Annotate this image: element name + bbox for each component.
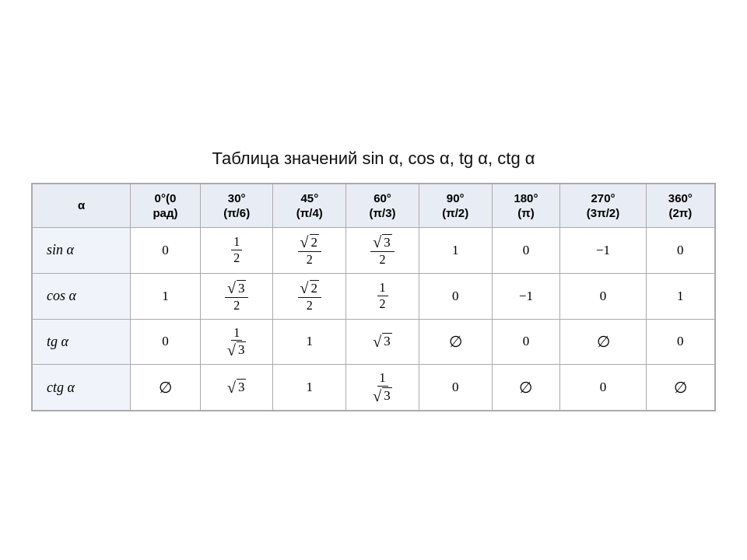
header-col-270: 270°(3π/2): [560, 184, 646, 228]
cos-90: 0: [419, 273, 492, 319]
frac-1-2: 1 2: [231, 235, 242, 264]
tg-0: 0: [131, 319, 201, 365]
sin-60: √3 2: [346, 227, 419, 273]
frac-1-sqrt3-ctg: 1 √3: [370, 371, 394, 404]
sqrt3-ctg30: √3: [227, 379, 246, 395]
frac-sqrt3-2-sin: √3 2: [370, 234, 394, 267]
header-col-180: 180°(π): [492, 184, 560, 228]
ctg-60: 1 √3: [346, 365, 419, 411]
label-tg: tg α: [32, 319, 131, 365]
frac-sqrt2-2-sin: √2 2: [298, 234, 321, 267]
sin-45: √2 2: [273, 227, 346, 273]
row-sin: sin α 0 1 2 √2 2 √3: [32, 227, 715, 273]
sin-270: −1: [560, 227, 646, 273]
label-cos: cos α: [32, 273, 131, 319]
trig-table: α 0°(0рад) 30°(π/6) 45°(π/4) 60°(π/3) 90…: [31, 183, 716, 412]
row-cos: cos α 1 √3 2 √2 2 1: [32, 273, 715, 319]
tg-360: 0: [646, 319, 715, 365]
header-col-60: 60°(π/3): [346, 184, 419, 228]
tg-180: 0: [492, 319, 560, 365]
header-col-360: 360°(2π): [646, 184, 715, 228]
frac-1-2-cos: 1 2: [377, 281, 388, 310]
tg-60: √3: [346, 319, 419, 365]
ctg-270: 0: [560, 365, 646, 411]
page-title: Таблица значений sin α, cos α, tg α, ctg…: [31, 149, 716, 169]
cos-30: √3 2: [200, 273, 273, 319]
row-ctg: ctg α ∅ √3 1 1 √3 0 ∅ 0 ∅: [32, 365, 715, 411]
ctg-0: ∅: [131, 365, 201, 411]
label-ctg: ctg α: [32, 365, 131, 411]
ctg-90: 0: [419, 365, 492, 411]
header-col-30: 30°(π/6): [200, 184, 273, 228]
cos-0: 1: [131, 273, 201, 319]
cos-45: √2 2: [273, 273, 346, 319]
header-col-0: 0°(0рад): [131, 184, 201, 228]
tg-270: ∅: [560, 319, 646, 365]
tg-30: 1 √3: [200, 319, 273, 365]
sin-90: 1: [419, 227, 492, 273]
sin-0: 0: [131, 227, 201, 273]
header-col-90: 90°(π/2): [419, 184, 492, 228]
page-wrapper: Таблица значений sin α, cos α, tg α, ctg…: [16, 133, 731, 428]
frac-sqrt2-2-cos: √2 2: [298, 280, 321, 313]
tg-90: ∅: [419, 319, 492, 365]
ctg-30: √3: [200, 365, 273, 411]
cos-60: 1 2: [346, 273, 419, 319]
sin-360: 0: [646, 227, 715, 273]
header-col-45: 45°(π/4): [273, 184, 346, 228]
frac-1-sqrt3-tg: 1 √3: [225, 326, 248, 359]
cos-360: 1: [646, 273, 715, 319]
cos-270: 0: [560, 273, 646, 319]
frac-sqrt3-2-cos: √3 2: [225, 280, 248, 313]
sqrt3-tg60: √3: [373, 333, 391, 349]
label-sin: sin α: [32, 227, 131, 273]
sin-30: 1 2: [200, 227, 273, 273]
row-tg: tg α 0 1 √3 1 √3 ∅ 0 ∅ 0: [32, 319, 715, 365]
ctg-45: 1: [273, 365, 346, 411]
ctg-360: ∅: [646, 365, 715, 411]
cos-180: −1: [492, 273, 560, 319]
tg-45: 1: [273, 319, 346, 365]
ctg-180: ∅: [492, 365, 560, 411]
header-col-alpha: α: [32, 184, 131, 228]
sin-180: 0: [492, 227, 560, 273]
